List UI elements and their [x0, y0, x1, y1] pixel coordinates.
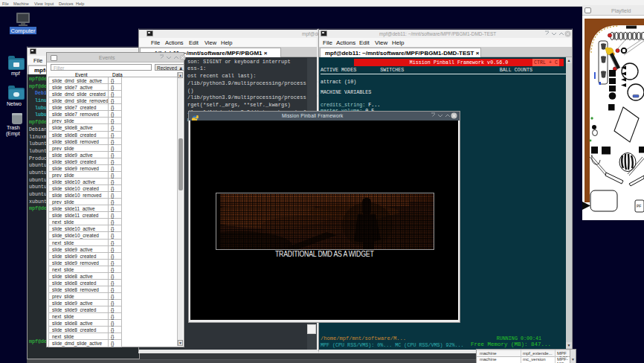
- svg-text:PF: PF: [637, 204, 641, 208]
